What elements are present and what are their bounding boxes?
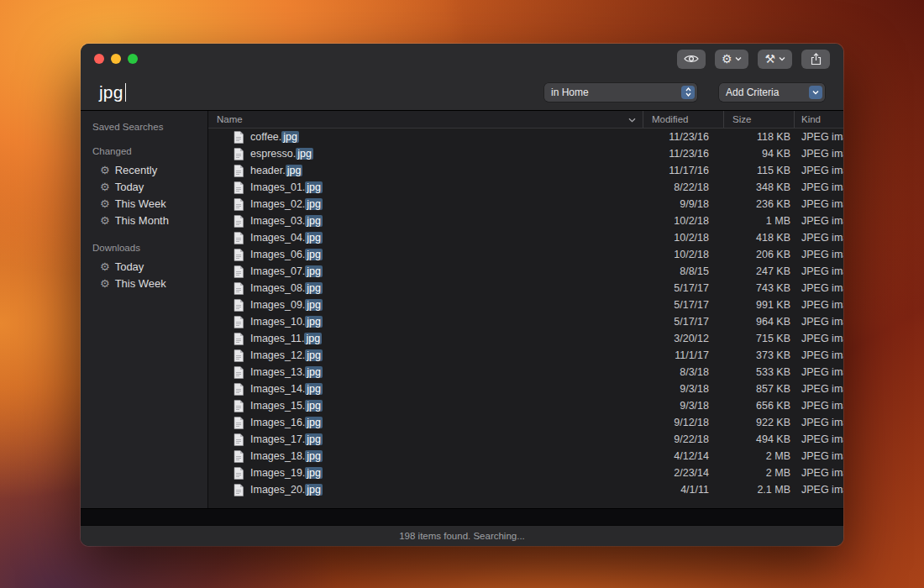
- file-name-cell: Images_01.jpg: [208, 179, 643, 196]
- file-size: 236 KB: [724, 196, 795, 213]
- sidebar-item-label: This Month: [115, 214, 169, 227]
- sidebar-sections: Changed ⚙ Recently ⚙ Today ⚙ This Week ⚙…: [81, 146, 207, 291]
- table-row[interactable]: Images_18.jpg 4/12/14 2 MB JPEG image: [208, 448, 843, 465]
- chevron-down-icon: [779, 56, 785, 61]
- file-name-cell: Images_08.jpg: [208, 280, 643, 297]
- sidebar-header: Saved Searches: [81, 122, 207, 132]
- table-row[interactable]: Images_06.jpg 10/2/18 206 KB JPEG image: [208, 246, 843, 263]
- table-row[interactable]: Images_15.jpg 9/3/18 656 KB JPEG image: [208, 397, 843, 414]
- scope-dropdown[interactable]: in Home: [544, 83, 697, 102]
- table-row[interactable]: Images_17.jpg 9/22/18 494 KB JPEG image: [208, 431, 843, 448]
- table-row[interactable]: Images_11.jpg 3/20/12 715 KB JPEG image: [208, 330, 843, 347]
- search-match-highlight: jpg: [305, 484, 323, 496]
- file-kind: JPEG image: [795, 297, 843, 313]
- minimize-button[interactable]: [111, 54, 121, 64]
- file-size: 418 KB: [724, 229, 795, 246]
- sidebar-item[interactable]: ⚙ This Month: [81, 212, 207, 228]
- document-icon: [234, 215, 244, 228]
- file-size: 922 KB: [724, 414, 795, 431]
- table-row[interactable]: Images_02.jpg 9/9/18 236 KB JPEG image: [208, 196, 843, 213]
- file-modified: 9/3/18: [643, 397, 724, 414]
- file-modified: 8/22/18: [643, 179, 724, 196]
- quick-look-button[interactable]: [677, 50, 706, 69]
- smart-folder-icon: ⚙: [100, 261, 110, 272]
- table-row[interactable]: Images_01.jpg 8/22/18 348 KB JPEG image: [208, 179, 843, 196]
- file-modified: 5/17/17: [643, 297, 724, 313]
- file-size: 2 MB: [724, 465, 795, 481]
- table-row[interactable]: Images_12.jpg 11/1/17 373 KB JPEG image: [208, 347, 843, 364]
- close-button[interactable]: [94, 54, 104, 64]
- file-name-base: Images_11.: [250, 333, 304, 344]
- sidebar-item[interactable]: ⚙ Today: [81, 178, 207, 195]
- sidebar-item[interactable]: ⚙ This Week: [81, 275, 207, 291]
- table-row[interactable]: Images_07.jpg 8/8/15 247 KB JPEG image: [208, 263, 843, 280]
- document-icon: [234, 316, 244, 328]
- file-name-base: Images_02.: [250, 198, 305, 210]
- table-row[interactable]: header.jpg 11/17/16 115 KB JPEG image: [208, 162, 843, 179]
- sidebar-item-label: This Week: [115, 197, 166, 210]
- tools-menu-button[interactable]: ⚒: [758, 50, 792, 69]
- search-match-highlight: jpg: [296, 148, 313, 160]
- share-button[interactable]: [801, 50, 830, 69]
- table-row[interactable]: Images_16.jpg 9/12/18 922 KB JPEG image: [208, 414, 843, 431]
- sidebar-section-items: ⚙ Today ⚙ This Week: [81, 258, 207, 291]
- table-row[interactable]: Images_04.jpg 10/2/18 418 KB JPEG image: [208, 229, 843, 246]
- document-icon: [234, 484, 244, 496]
- chevron-down-icon: [735, 56, 742, 61]
- table-row[interactable]: Images_20.jpg 4/1/11 2.1 MB JPEG image: [208, 481, 843, 498]
- document-icon: [234, 467, 244, 480]
- table-row[interactable]: Images_08.jpg 5/17/17 743 KB JPEG image: [208, 280, 843, 297]
- horizontal-scrollbar[interactable]: [81, 508, 843, 525]
- file-list: Name Modified Size Kind: [208, 111, 843, 508]
- sidebar-item[interactable]: ⚙ This Week: [81, 195, 207, 212]
- document-icon: [234, 383, 244, 396]
- file-size: 115 KB: [724, 162, 795, 179]
- table-row[interactable]: Images_14.jpg 9/3/18 857 KB JPEG image: [208, 381, 843, 397]
- file-size: 2.1 MB: [724, 481, 795, 498]
- file-name: espresso.jpg: [250, 148, 313, 160]
- table-row[interactable]: Images_03.jpg 10/2/18 1 MB JPEG image: [208, 213, 843, 229]
- column-label: Kind: [801, 114, 821, 124]
- document-icon: [234, 148, 244, 160]
- document-icon: [234, 181, 244, 194]
- column-header-size[interactable]: Size: [724, 111, 795, 128]
- file-name-cell: Images_16.jpg: [208, 414, 643, 431]
- file-kind: JPEG image: [795, 129, 843, 145]
- file-name-base: Images_16.: [250, 417, 305, 428]
- file-name-cell: Images_04.jpg: [208, 229, 643, 246]
- column-header-kind[interactable]: Kind: [795, 111, 843, 128]
- desktop-wallpaper: ⚙ ⚒: [0, 0, 924, 588]
- file-size: 206 KB: [724, 246, 795, 263]
- table-row[interactable]: Images_09.jpg 5/17/17 991 KB JPEG image: [208, 297, 843, 313]
- file-name-base: Images_01.: [250, 181, 305, 193]
- file-name: header.jpg: [250, 165, 302, 176]
- table-row[interactable]: Images_10.jpg 5/17/17 964 KB JPEG image: [208, 313, 843, 330]
- file-name: Images_12.jpg: [250, 349, 323, 361]
- file-kind: JPEG image: [795, 465, 843, 481]
- file-name: Images_15.jpg: [250, 400, 323, 412]
- file-name-base: Images_04.: [250, 232, 305, 244]
- sidebar-item[interactable]: ⚙ Recently: [81, 161, 207, 178]
- sidebar-item-label: Recently: [115, 164, 158, 176]
- table-row[interactable]: Images_13.jpg 8/3/18 533 KB JPEG image: [208, 364, 843, 381]
- column-header-modified[interactable]: Modified: [643, 111, 724, 128]
- zoom-button[interactable]: [128, 54, 138, 64]
- table-row[interactable]: espresso.jpg 11/23/16 94 KB JPEG image: [208, 145, 843, 162]
- add-criteria-dropdown[interactable]: Add Criteria: [719, 83, 825, 102]
- file-modified: 11/17/16: [643, 162, 724, 179]
- file-modified: 11/1/17: [643, 347, 724, 364]
- search-match-highlight: jpg: [304, 333, 322, 344]
- column-header-name[interactable]: Name: [208, 111, 643, 128]
- search-input[interactable]: jpg: [99, 82, 126, 102]
- file-name: Images_10.jpg: [250, 316, 323, 328]
- file-kind: JPEG image: [795, 347, 843, 364]
- table-row[interactable]: coffee.jpg 11/23/16 118 KB JPEG image: [208, 129, 843, 145]
- action-menu-button[interactable]: ⚙: [715, 50, 749, 69]
- file-name-cell: Images_07.jpg: [208, 263, 643, 280]
- sidebar-item[interactable]: ⚙ Today: [81, 258, 207, 275]
- file-name-base: Images_19.: [250, 467, 305, 479]
- file-name: Images_02.jpg: [250, 198, 323, 210]
- table-row[interactable]: Images_19.jpg 2/23/14 2 MB JPEG image: [208, 465, 843, 481]
- file-name: coffee.jpg: [250, 131, 299, 143]
- eye-icon: [684, 54, 699, 64]
